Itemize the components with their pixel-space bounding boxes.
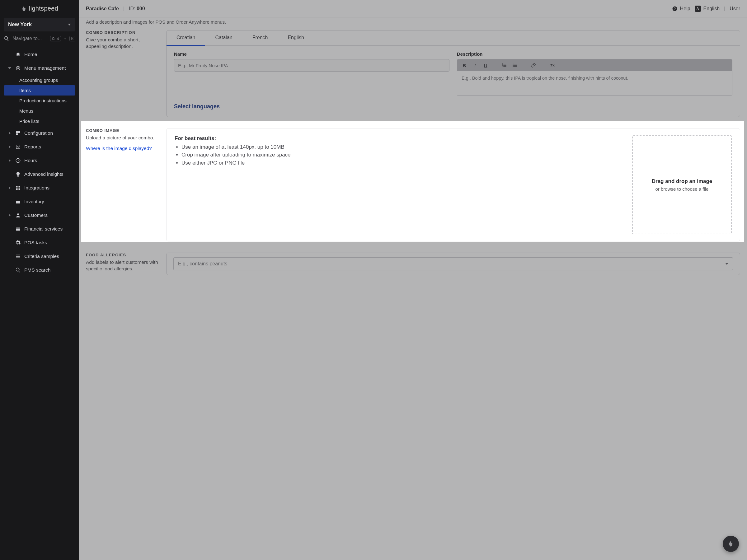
name-input[interactable]: [174, 59, 449, 72]
combo-image-heading: COMBO IMAGE: [86, 128, 159, 133]
nav-home[interactable]: Home: [0, 48, 79, 61]
box-icon: [15, 199, 21, 205]
primary-nav: Home Menu management Accounting groups I…: [0, 48, 79, 277]
user-menu[interactable]: User: [729, 6, 740, 11]
flame-icon: [727, 540, 734, 548]
search-icon: [4, 36, 9, 42]
description-textarea[interactable]: E.g., Bold and hoppy, this IPA is tropic…: [457, 71, 732, 96]
nav-insights-label: Advanced insights: [24, 171, 63, 177]
guideline-3: Use either JPG or PNG file: [181, 159, 623, 166]
section-food-allergies: FOOD ALLERGIES Add labels to alert custo…: [79, 247, 747, 281]
underline-button[interactable]: U: [480, 61, 491, 70]
menu-icon: [15, 65, 21, 71]
image-dropzone[interactable]: Drag and drop an image or browse to choo…: [632, 135, 732, 234]
nav-accounting-label: Accounting groups: [19, 77, 58, 83]
nav-pms-search[interactable]: PMS search: [0, 263, 79, 277]
chevron-down-icon: [725, 263, 728, 265]
language-badge-icon: A: [695, 6, 701, 12]
nav-price-lists[interactable]: Price lists: [4, 116, 75, 126]
nav-financial-services[interactable]: Financial services: [0, 222, 79, 236]
guideline-1: Use an image of at least 140px, up to 10…: [181, 143, 623, 151]
kbd-k: K: [70, 36, 75, 42]
svg-text:?: ?: [673, 6, 675, 10]
nav-accounting-groups[interactable]: Accounting groups: [4, 75, 75, 85]
svg-rect-20: [503, 64, 506, 64]
nav-integrations-label: Integrations: [24, 185, 50, 191]
nav-pms-label: PMS search: [24, 267, 50, 273]
dropzone-sub: or browse to choose a file: [655, 186, 709, 192]
nav-configuration-label: Configuration: [24, 130, 53, 136]
nav-reports[interactable]: Reports: [0, 140, 79, 154]
nav-home-label: Home: [24, 52, 37, 57]
svg-rect-8: [16, 189, 18, 190]
nav-menu-management[interactable]: Menu management: [0, 61, 79, 75]
nav-criteria-label: Criteria samples: [24, 254, 59, 259]
business-name: Paradise Cafe: [86, 6, 119, 11]
nav-production-instructions[interactable]: Production instructions: [4, 96, 75, 106]
kbd-cmd: Cmd: [50, 36, 61, 42]
clear-format-button[interactable]: Tx: [547, 61, 558, 70]
nav-menus-label: Menus: [19, 108, 33, 113]
tab-croatian-label: Croatian: [177, 35, 195, 40]
tab-english[interactable]: English: [278, 30, 314, 46]
nav-criteria-samples[interactable]: Criteria samples: [0, 249, 79, 263]
name-label: Name: [174, 51, 449, 57]
sliders-icon: [15, 130, 21, 136]
nav-financial-label: Financial services: [24, 226, 62, 232]
id-value: 000: [137, 6, 145, 11]
content-scroll[interactable]: Add a description and images for POS and…: [79, 18, 747, 560]
search-placeholder: Navigate to...: [12, 36, 47, 42]
section-combo-image: COMBO IMAGE Upload a picture of your com…: [79, 123, 747, 247]
tab-french[interactable]: French: [242, 30, 278, 46]
nav-advanced-insights[interactable]: Advanced insights: [0, 167, 79, 181]
nav-search[interactable]: Navigate to... Cmd + K: [4, 36, 75, 42]
guideline-2: Crop image after uploading to maximize s…: [181, 151, 623, 158]
svg-rect-31: [514, 66, 517, 66]
language-selector[interactable]: A English: [695, 6, 720, 12]
nav-inventory[interactable]: Inventory: [0, 195, 79, 209]
unordered-list-button[interactable]: [510, 61, 520, 70]
location-name: New York: [8, 22, 32, 28]
tab-catalan[interactable]: Catalan: [205, 30, 242, 46]
combo-image-panel: For best results: Use an image of at lea…: [166, 128, 740, 241]
divider: |: [724, 6, 725, 11]
nav-customers[interactable]: Customers: [0, 209, 79, 222]
svg-point-28: [513, 66, 514, 67]
image-location-label: Where is the image displayed?: [86, 145, 152, 151]
link-button[interactable]: [528, 61, 539, 70]
tab-english-label: English: [288, 35, 304, 40]
tab-croatian[interactable]: Croatian: [166, 30, 205, 46]
name-field: Name: [174, 51, 449, 96]
nav-configuration[interactable]: Configuration: [0, 126, 79, 140]
bold-button[interactable]: B: [459, 61, 470, 70]
nav-integrations[interactable]: Integrations: [0, 181, 79, 195]
nav-hours[interactable]: Hours: [0, 154, 79, 167]
combo-description-heading: COMBO DESCRIPTION: [86, 30, 159, 35]
nav-menus[interactable]: Menus: [4, 106, 75, 116]
location-selector[interactable]: New York: [4, 18, 75, 31]
brand-text: lightspeed: [29, 5, 58, 12]
nav-hours-label: Hours: [24, 158, 37, 163]
nav-reports-group: Reports: [0, 140, 79, 154]
svg-rect-29: [514, 64, 517, 64]
image-guidelines: For best results: Use an image of at lea…: [175, 135, 623, 234]
svg-point-26: [513, 64, 514, 65]
section-combo-description: COMBO DESCRIPTION Give your combo a shor…: [79, 25, 747, 123]
nav-postasks-label: POS tasks: [24, 240, 47, 245]
assistant-fab[interactable]: [723, 536, 739, 552]
svg-rect-11: [16, 201, 20, 201]
chevron-icon: [8, 67, 11, 69]
nav-items[interactable]: Items: [4, 85, 75, 96]
image-location-link[interactable]: Where is the image displayed?: [86, 145, 152, 151]
allergies-select[interactable]: E.g., contains peanuts: [173, 257, 733, 270]
select-languages-link[interactable]: Select languages: [166, 103, 740, 117]
nav-hours-group: Hours: [0, 154, 79, 167]
description-label: Description: [457, 51, 732, 57]
italic-button[interactable]: I: [470, 61, 480, 70]
help-link[interactable]: ? Help: [672, 6, 690, 11]
kbd-plus: +: [64, 37, 66, 41]
ordered-list-button[interactable]: 123: [499, 61, 510, 70]
nav-menu-management-label: Menu management: [24, 65, 66, 71]
svg-rect-4: [16, 133, 18, 135]
nav-pos-tasks[interactable]: POS tasks: [0, 236, 79, 249]
